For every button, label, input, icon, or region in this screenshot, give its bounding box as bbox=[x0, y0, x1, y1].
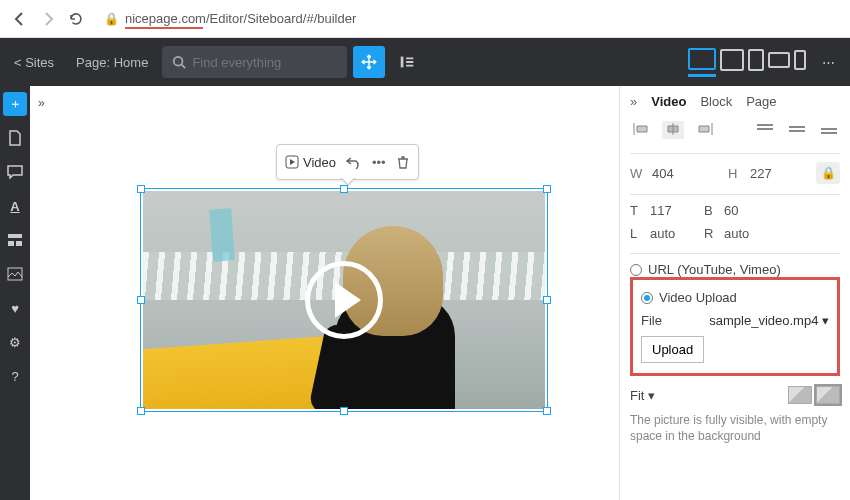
page-icon[interactable] bbox=[3, 126, 27, 150]
search-input[interactable] bbox=[192, 55, 332, 70]
chevron-down-icon: ▾ bbox=[648, 388, 655, 403]
fit-description: The picture is fully visible, with empty… bbox=[630, 412, 840, 444]
width-label: W bbox=[630, 166, 646, 181]
left-toolbar: ＋ A ♥ ⚙ ? bbox=[0, 86, 30, 500]
device-desktop-button[interactable] bbox=[688, 48, 716, 70]
file-name-dropdown[interactable]: sample_video.mp4 ▾ bbox=[709, 313, 829, 328]
resize-handle-tm[interactable] bbox=[340, 185, 348, 193]
fit-option-contain[interactable] bbox=[788, 386, 812, 404]
url-host: nicepage.com bbox=[125, 11, 206, 26]
favorite-icon[interactable]: ♥ bbox=[3, 296, 27, 320]
help-icon[interactable]: ? bbox=[3, 364, 27, 388]
resize-handle-ml[interactable] bbox=[137, 296, 145, 304]
browser-reload-button[interactable] bbox=[66, 9, 86, 29]
lock-aspect-button[interactable]: 🔒 bbox=[816, 162, 840, 184]
resize-handle-mr[interactable] bbox=[543, 296, 551, 304]
tab-video[interactable]: Video bbox=[651, 94, 686, 109]
device-tablet-button[interactable] bbox=[748, 49, 764, 71]
comment-icon[interactable] bbox=[3, 160, 27, 184]
fit-dropdown[interactable]: Fit ▾ bbox=[630, 388, 655, 403]
more-icon[interactable]: ••• bbox=[372, 155, 386, 170]
element-type-label[interactable]: Video bbox=[285, 155, 336, 170]
fit-label: Fit bbox=[630, 388, 644, 403]
search-box[interactable] bbox=[162, 46, 347, 78]
video-element[interactable] bbox=[140, 188, 548, 412]
more-menu-button[interactable]: ⋯ bbox=[812, 46, 844, 78]
move-tool-button[interactable] bbox=[353, 46, 385, 78]
chevron-down-icon: ▾ bbox=[822, 313, 829, 328]
tab-page[interactable]: Page bbox=[746, 94, 776, 109]
pos-t-label: T bbox=[630, 203, 650, 218]
upload-button[interactable]: Upload bbox=[641, 336, 704, 363]
outline-tool-button[interactable] bbox=[391, 46, 423, 78]
align-left-button[interactable] bbox=[630, 121, 652, 139]
device-phone-button[interactable] bbox=[794, 50, 806, 70]
svg-point-0 bbox=[174, 57, 183, 66]
trash-icon[interactable] bbox=[396, 155, 410, 169]
svg-rect-3 bbox=[8, 241, 14, 246]
svg-rect-2 bbox=[8, 234, 22, 238]
video-preview bbox=[143, 191, 545, 409]
pos-t-value[interactable]: 117 bbox=[650, 203, 704, 218]
resize-handle-br[interactable] bbox=[543, 407, 551, 415]
resize-handle-bm[interactable] bbox=[340, 407, 348, 415]
device-preview-group bbox=[688, 48, 806, 77]
sites-back-link[interactable]: < Sites bbox=[6, 55, 62, 70]
source-upload-radio[interactable]: Video Upload bbox=[641, 290, 829, 305]
settings-icon[interactable]: ⚙ bbox=[3, 330, 27, 354]
resize-handle-tr[interactable] bbox=[543, 185, 551, 193]
radio-off-icon bbox=[630, 264, 642, 276]
search-icon bbox=[172, 55, 186, 69]
play-icon[interactable] bbox=[305, 261, 383, 339]
source-upload-label: Video Upload bbox=[659, 290, 737, 305]
text-icon[interactable]: A bbox=[3, 194, 27, 218]
file-label: File bbox=[641, 313, 662, 328]
pos-b-value[interactable]: 60 bbox=[724, 203, 778, 218]
element-toolbar: Video ••• bbox=[276, 144, 419, 180]
pos-l-label: L bbox=[630, 226, 650, 241]
pos-r-value[interactable]: auto bbox=[724, 226, 778, 241]
source-url-radio[interactable]: URL (YouTube, Vimeo) bbox=[630, 262, 840, 277]
pos-l-value[interactable]: auto bbox=[650, 226, 704, 241]
valign-middle-button[interactable] bbox=[786, 121, 808, 139]
radio-on-icon bbox=[641, 292, 653, 304]
canvas-expand-button[interactable]: » bbox=[38, 96, 45, 110]
svg-rect-1 bbox=[401, 57, 404, 68]
page-label[interactable]: Page: Home bbox=[68, 55, 156, 70]
resize-handle-tl[interactable] bbox=[137, 185, 145, 193]
panel-collapse-button[interactable]: » bbox=[630, 94, 637, 109]
valign-top-button[interactable] bbox=[754, 121, 776, 139]
device-laptop-button[interactable] bbox=[720, 49, 744, 71]
width-value[interactable]: 404 bbox=[652, 166, 696, 181]
browser-forward-button[interactable] bbox=[38, 9, 58, 29]
play-small-icon bbox=[285, 155, 299, 169]
align-center-button[interactable] bbox=[662, 121, 684, 139]
align-right-button[interactable] bbox=[694, 121, 716, 139]
add-button[interactable]: ＋ bbox=[3, 92, 27, 116]
element-type-text: Video bbox=[303, 155, 336, 170]
url-highlight bbox=[125, 27, 203, 29]
url-text: nicepage.com/Editor/Siteboard/#/builder bbox=[125, 11, 356, 26]
canvas[interactable]: » Video ••• bbox=[30, 86, 620, 500]
upload-highlight: Video Upload File sample_video.mp4 ▾ Upl… bbox=[630, 277, 840, 376]
browser-back-button[interactable] bbox=[10, 9, 30, 29]
source-url-label: URL (YouTube, Vimeo) bbox=[648, 262, 781, 277]
fit-option-cover[interactable] bbox=[816, 386, 840, 404]
undo-icon[interactable] bbox=[346, 155, 362, 169]
browser-url-bar[interactable]: 🔒 nicepage.com/Editor/Siteboard/#/builde… bbox=[104, 11, 356, 26]
lock-icon: 🔒 bbox=[104, 12, 119, 26]
url-path: /Editor/Siteboard/#/builder bbox=[206, 11, 356, 26]
resize-handle-bl[interactable] bbox=[137, 407, 145, 415]
valign-bottom-button[interactable] bbox=[818, 121, 840, 139]
tab-block[interactable]: Block bbox=[700, 94, 732, 109]
layout-icon[interactable] bbox=[3, 228, 27, 252]
properties-panel: » Video Block Page W 404 H 227 🔒 bbox=[620, 86, 850, 500]
pos-r-label: R bbox=[704, 226, 724, 241]
device-tablet-landscape-button[interactable] bbox=[768, 52, 790, 68]
height-value[interactable]: 227 bbox=[750, 166, 794, 181]
image-icon[interactable] bbox=[3, 262, 27, 286]
svg-rect-4 bbox=[16, 241, 22, 246]
height-label: H bbox=[728, 166, 744, 181]
file-name-text: sample_video.mp4 bbox=[709, 313, 818, 328]
pos-b-label: B bbox=[704, 203, 724, 218]
